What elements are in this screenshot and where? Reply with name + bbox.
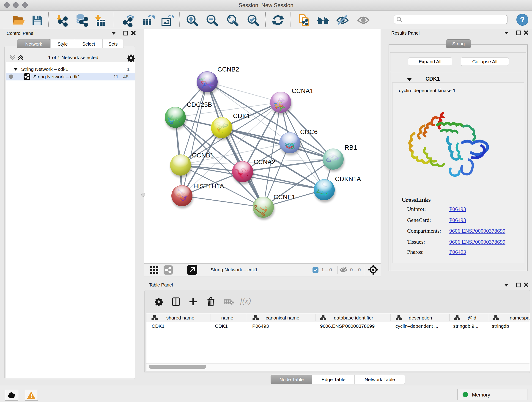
svg-text:name: name [221, 315, 234, 320]
svg-text:CDC25B: CDC25B [187, 101, 212, 108]
svg-text:CDK1: CDK1 [233, 112, 250, 119]
svg-text:CCNA2: CCNA2 [254, 158, 275, 166]
svg-text:HIST1H1A: HIST1H1A [193, 183, 224, 190]
svg-text:CCNE1: CCNE1 [273, 193, 295, 201]
svg-text:description: description [409, 315, 432, 320]
svg-text:CCNB2: CCNB2 [217, 66, 239, 73]
svg-text:CDKN1A: CDKN1A [335, 175, 361, 182]
svg-text:database identifier: database identifier [334, 315, 373, 320]
svg-text:shared name: shared name [166, 315, 195, 320]
svg-text:@id: @id [468, 315, 476, 320]
svg-text:?: ? [520, 15, 525, 24]
svg-text:namespace: namespace [510, 315, 530, 320]
svg-text:CCNA1: CCNA1 [292, 87, 313, 95]
svg-text:CDC6: CDC6 [300, 128, 317, 135]
svg-text:canonical name: canonical name [266, 315, 299, 320]
svg-text:CCNB1: CCNB1 [192, 152, 214, 159]
svg-text:RB1: RB1 [345, 144, 357, 151]
